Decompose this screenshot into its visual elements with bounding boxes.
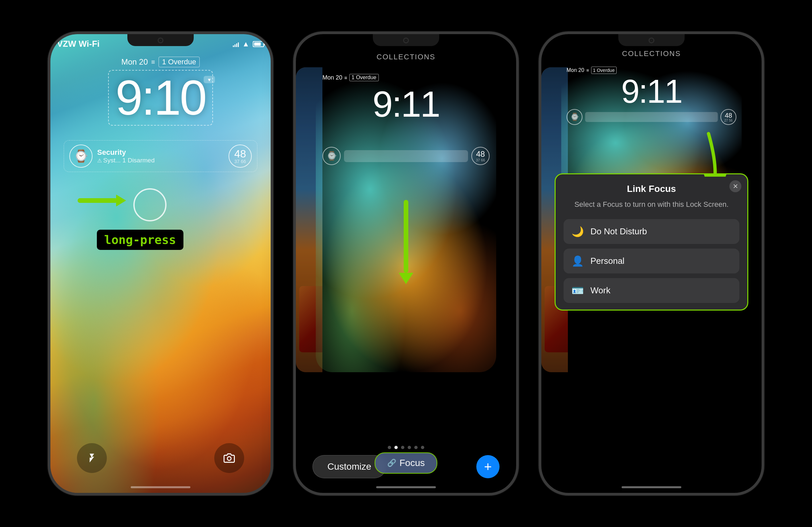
- long-press-label: long-press: [97, 230, 184, 250]
- lock-date: Mon 20: [121, 57, 148, 66]
- collections-title-3: COLLECTIONS: [622, 49, 681, 58]
- front-camera-1: [158, 37, 163, 43]
- battery-icon: [253, 41, 264, 47]
- card-watch-icon: ⌚: [322, 147, 340, 165]
- home-indicator-3: [622, 486, 681, 488]
- page-dot: [421, 446, 424, 449]
- widget-number-main: 48: [234, 149, 246, 159]
- status-icons: ▲: [233, 40, 264, 48]
- modal-close-row: ✕: [729, 180, 741, 192]
- overdue-badge: 1 Overdue: [159, 57, 200, 67]
- add-button[interactable]: +: [476, 455, 499, 478]
- page-dot: [414, 446, 418, 449]
- home-indicator-1: [131, 486, 190, 488]
- page-dot: [388, 446, 391, 449]
- security-subtitle: ⚠ Syst... 1 Disarmed: [97, 157, 224, 164]
- card-widget-mid: [344, 150, 468, 162]
- personal-label: Personal: [591, 256, 625, 266]
- collections-title-2: COLLECTIONS: [376, 53, 435, 61]
- phone-1: VZW Wi-Fi ▲ Mon 20 ≡ 1 Overdu: [48, 31, 273, 496]
- notch-2: [373, 34, 439, 46]
- notch-3: [618, 34, 685, 46]
- front-camera-2: [403, 37, 409, 43]
- personal-icon: 👤: [571, 255, 584, 267]
- collections-screen-2: COLLECTIONS Mon 20 ≡ 1 Overdue: [296, 34, 516, 493]
- widget-security: Security ⚠ Syst... 1 Disarmed: [97, 148, 224, 164]
- work-icon: 🪪: [571, 285, 584, 296]
- signal-icon: [233, 41, 239, 47]
- green-arrow-down-2: [399, 200, 413, 284]
- list-icon: ≡: [151, 58, 155, 66]
- page-dots-2: [296, 446, 516, 449]
- card-widgets-2: ⌚ 48 37 66: [322, 147, 490, 165]
- page-dot: [408, 446, 411, 449]
- modal-title: Link Focus: [564, 184, 739, 194]
- lock-widgets-row: ⌚ Security ⚠ Syst... 1 Disarmed 48 37 66: [64, 140, 257, 172]
- long-press-target-circle: [133, 188, 166, 222]
- widget-number: 48 37 66: [229, 145, 252, 168]
- work-label: Work: [591, 285, 610, 296]
- card-widget-num: 48 37 66: [472, 147, 490, 165]
- lock-screen-1: VZW Wi-Fi ▲ Mon 20 ≡ 1 Overdu: [50, 34, 271, 493]
- camera-button[interactable]: [214, 443, 244, 473]
- page-dot-active: [394, 446, 398, 449]
- wifi-icon: ▲: [242, 40, 249, 48]
- overdue-text: 1 Overdue: [162, 58, 197, 66]
- security-title: Security: [97, 148, 224, 157]
- focus-option-work[interactable]: 🪪 Work: [564, 278, 739, 303]
- svg-point-0: [227, 457, 231, 461]
- watch-icon: ⌚: [74, 149, 89, 163]
- notch-1: [127, 34, 194, 46]
- phone-3: COLLECTIONS Mon 20 ≡ 1 Overdue: [539, 31, 764, 496]
- long-press-text: long-press: [104, 233, 176, 246]
- focus-button-text: Focus: [400, 458, 424, 468]
- widget-number-sub: 37 66: [234, 159, 246, 164]
- lock-date-area: Mon 20 ≡ 1 Overdue: [50, 57, 271, 69]
- focus-button[interactable]: 🔗 Focus: [375, 452, 437, 473]
- focus-link-icon: 🔗: [387, 459, 396, 467]
- focus-option-personal[interactable]: 👤 Personal: [564, 249, 739, 273]
- page-dot: [401, 446, 404, 449]
- phone-2: COLLECTIONS Mon 20 ≡ 1 Overdue: [293, 31, 519, 496]
- green-arrow-right: [78, 198, 117, 203]
- green-arrow-to-modal: [688, 130, 728, 178]
- carrier-label: VZW Wi-Fi: [57, 39, 100, 49]
- card-status-2: Mon 20 ≡ 1 Overdue: [322, 74, 490, 81]
- home-indicator-2: [376, 486, 436, 488]
- modal-close-button[interactable]: ✕: [729, 180, 741, 192]
- time-dashed-box: 9:10 ▾: [108, 70, 213, 126]
- link-focus-modal: ✕ Link Focus Select a Focus to turn on w…: [555, 174, 748, 311]
- focus-option-dnd[interactable]: 🌙 Do Not Disturb: [564, 219, 739, 244]
- lock-time-wrapper: 9:10 ▾: [50, 70, 271, 126]
- widget-watch: ⌚: [69, 145, 92, 168]
- front-camera-3: [649, 37, 654, 43]
- dnd-icon: 🌙: [571, 226, 584, 237]
- collections-header-3: COLLECTIONS: [541, 49, 762, 58]
- flashlight-button[interactable]: [77, 443, 107, 473]
- modal-description: Select a Focus to turn on with this Lock…: [564, 199, 739, 210]
- card-time-2: 9:11: [316, 86, 496, 122]
- lock-bottom-buttons: [50, 443, 271, 473]
- time-dropdown-arrow[interactable]: ▾: [204, 76, 215, 83]
- dnd-label: Do Not Disturb: [591, 226, 647, 237]
- lock-time: 9:10: [115, 70, 206, 125]
- collections-screen-3: COLLECTIONS Mon 20 ≡ 1 Overdue: [541, 34, 762, 493]
- lock-date-row: Mon 20 ≡ 1 Overdue: [50, 57, 271, 67]
